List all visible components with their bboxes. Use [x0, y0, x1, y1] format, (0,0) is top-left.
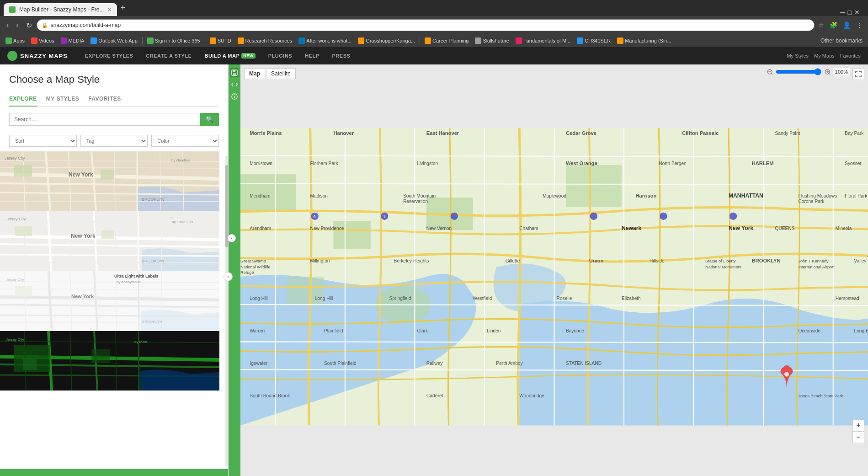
nav-create-style[interactable]: CREATE A STYLE	[139, 47, 198, 64]
snazzy-logo[interactable]: SNAZZY MAPS	[7, 51, 68, 61]
nav-plugins[interactable]: PLUGINS	[262, 47, 298, 64]
ch341ser-icon	[577, 37, 583, 44]
sort-filter[interactable]: Sort	[9, 135, 77, 147]
bookmark-skillsfuture[interactable]: SkillsFuture	[472, 37, 511, 45]
new-tab-btn[interactable]: +	[117, 3, 129, 13]
nav-favorites[interactable]: Favorites	[840, 53, 861, 59]
bookmark-career[interactable]: Career Planning	[422, 37, 472, 45]
tab-favorites[interactable]: FAVORITES	[88, 92, 121, 107]
forward-btn[interactable]: ›	[13, 19, 21, 31]
map-card-3[interactable]: Jersey City ... by Mike	[0, 331, 228, 391]
bookmark-skillsfuture-label: SkillsFuture	[483, 38, 509, 43]
svg-point-193	[784, 372, 789, 376]
svg-text:Hillside: Hillside	[650, 258, 665, 263]
zoom-slider[interactable]	[776, 68, 821, 75]
map-card-1[interactable]: Jersey City New York BROOKLYN ... by Lui…	[0, 211, 228, 271]
active-tab[interactable]: Map Builder - Snazzy Maps - Fre... ×	[4, 3, 117, 16]
map-panel-collapse-btn[interactable]: ‹	[228, 234, 236, 242]
side-icon-save[interactable]	[230, 68, 239, 77]
apply-style-btn[interactable]: APPLY STYLE	[0, 469, 228, 476]
svg-text:Long Hill: Long Hill	[315, 296, 333, 301]
bookmark-outlook[interactable]: Outlook Web App	[88, 37, 140, 45]
bookmark-afterwork[interactable]: After work, is what...	[296, 37, 354, 45]
nav-explore-styles[interactable]: EXPLORE STYLES	[79, 47, 139, 64]
bookmark-research[interactable]: Research Resources	[235, 37, 295, 45]
panel-search: 🔍	[9, 113, 219, 126]
nav-my-styles[interactable]: My Styles	[787, 53, 809, 59]
svg-text:Morris Plains: Morris Plains	[250, 130, 282, 136]
side-icon-code[interactable]	[230, 80, 239, 89]
bookmarks-divider-3	[420, 37, 420, 44]
map-card-thumb-2: Jersey City New York BROOKLYN Ultra Ligh…	[0, 271, 228, 331]
map-type-satellite-btn[interactable]: Satellite	[266, 68, 296, 79]
zoom-in-btn[interactable]: +	[852, 419, 864, 431]
tab-close-btn[interactable]: ×	[107, 6, 111, 13]
skillsfuture-icon	[475, 37, 481, 44]
maximize-btn[interactable]: □	[848, 9, 852, 16]
menu-btn[interactable]: ⋮	[854, 21, 864, 30]
map-zoom-controls: + −	[852, 419, 864, 443]
map-card-2[interactable]: Jersey City New York BROOKLYN Ultra Ligh…	[0, 271, 228, 331]
bookmark-star-btn[interactable]: ☆	[816, 21, 826, 30]
tab-explore[interactable]: EXPLORE	[9, 92, 37, 107]
nav-build-map[interactable]: BUILD A MAP NEW	[198, 47, 261, 64]
close-window-btn[interactable]: ✕	[854, 9, 860, 16]
map-card-0[interactable]: Jersey City New York BROOKLYN ... by cla…	[0, 151, 228, 211]
svg-text:South Bound Brook: South Bound Brook	[250, 393, 290, 398]
fullscreen-btn[interactable]	[852, 68, 864, 80]
bookmark-media[interactable]: MEDIA	[58, 37, 87, 45]
svg-text:BROOKLYN: BROOKLYN	[142, 259, 164, 263]
nav-press[interactable]: PRESS	[326, 47, 357, 64]
reload-btn[interactable]: ↻	[23, 19, 35, 32]
svg-text:BROOKLYN: BROOKLYN	[142, 197, 164, 202]
svg-text:Refuge: Refuge	[240, 270, 254, 275]
tab-title: Map Builder - Snazzy Maps - Fre...	[19, 6, 104, 13]
svg-text:...: ...	[170, 214, 173, 219]
side-icon-info[interactable]	[230, 92, 239, 101]
nav-icons-group: ☆ 🧩 👤 ⋮	[816, 21, 864, 30]
bookmark-signin[interactable]: Sign in to Office 365	[144, 37, 203, 45]
bookmark-manufacturing[interactable]: Manufacturing (Sin...	[614, 37, 674, 45]
bookmark-apps[interactable]: Apps	[3, 37, 27, 45]
zoom-in-icon[interactable]	[824, 69, 831, 75]
nav-my-maps[interactable]: My Maps	[814, 53, 835, 59]
panel-tabs: EXPLORE MY STYLES FAVORITES	[9, 92, 219, 107]
tag-filter[interactable]: Tag	[80, 135, 148, 147]
bookmark-signin-label: Sign in to Office 365	[155, 38, 200, 43]
map-list: Jersey City New York BROOKLYN ... by cla…	[0, 151, 228, 469]
tab-my-styles[interactable]: MY STYLES	[46, 92, 79, 107]
address-bar[interactable]: 🔒 snazzymap.com/build-a-map	[37, 19, 815, 31]
svg-text:Corona Park: Corona Park	[798, 199, 825, 204]
map-type-map-btn[interactable]: Map	[244, 68, 265, 79]
search-input[interactable]	[9, 113, 200, 126]
scrollbar-thumb[interactable]	[225, 165, 228, 247]
bookmark-media-label: MEDIA	[69, 38, 85, 43]
svg-text:New Vernon: New Vernon	[426, 226, 452, 231]
color-filter[interactable]: Color	[151, 135, 219, 147]
search-btn[interactable]: 🔍	[200, 113, 219, 126]
bookmark-sutd[interactable]: SUTD	[207, 37, 234, 45]
svg-text:Long Hill: Long Hill	[250, 296, 268, 301]
svg-text:Jersey City: Jersey City	[5, 217, 26, 221]
extensions-btn[interactable]: 🧩	[828, 21, 839, 30]
back-btn[interactable]: ‹	[4, 19, 11, 31]
svg-text:Jones Beach State Park: Jones Beach State Park	[798, 394, 843, 398]
svg-text:...: ...	[133, 334, 136, 338]
svg-text:by Mike: by Mike	[134, 340, 147, 344]
bookmark-videos[interactable]: Videos	[28, 37, 57, 45]
bookmarks-more[interactable]: Other bookmarks	[818, 37, 865, 44]
zoom-out-icon[interactable]	[767, 69, 773, 75]
zoom-out-btn[interactable]: −	[852, 431, 864, 443]
svg-text:Roselle: Roselle	[557, 296, 572, 301]
map-area: Map Satellite	[240, 64, 868, 476]
tab-bar: Map Builder - Snazzy Maps - Fre... × + ─…	[0, 0, 868, 16]
nav-help[interactable]: HELP	[298, 47, 325, 64]
minimize-btn[interactable]: ─	[841, 9, 845, 16]
bookmark-fundamentals[interactable]: Fundamentals of M...	[513, 37, 573, 45]
bookmark-ch341ser[interactable]: CH341SER	[574, 37, 613, 45]
svg-text:Chatham: Chatham	[519, 226, 538, 231]
panel-collapse-btn[interactable]: ‹	[224, 272, 233, 281]
svg-text:New Providence: New Providence	[310, 226, 344, 231]
bookmark-grasshopper[interactable]: Grasshopper/Kanga...	[355, 37, 418, 45]
profile-btn[interactable]: 👤	[841, 21, 852, 30]
